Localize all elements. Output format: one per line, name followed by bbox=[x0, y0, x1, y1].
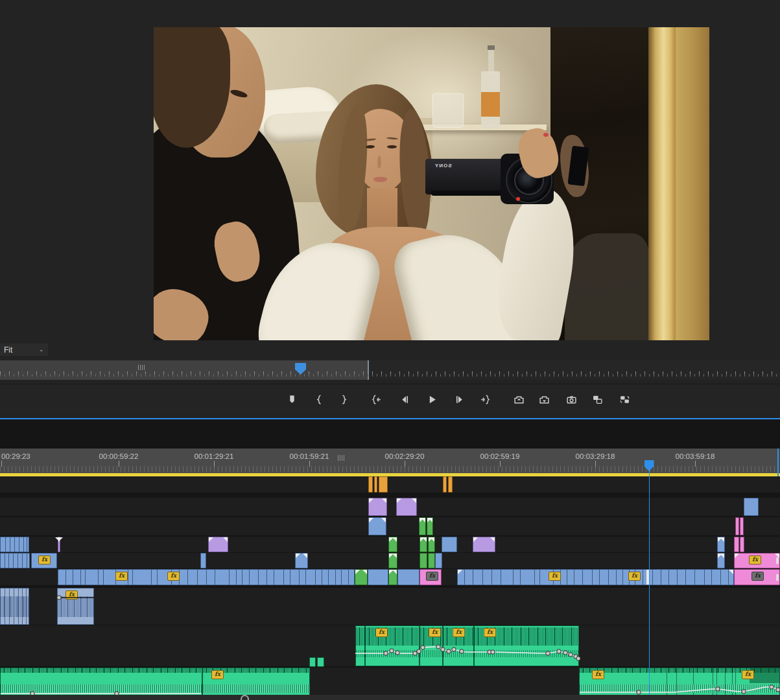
timeline-clip[interactable] bbox=[397, 569, 420, 585]
fx-badge[interactable]: fx bbox=[749, 555, 761, 565]
monitor-scrub-bar[interactable] bbox=[0, 360, 780, 380]
timeline-clip[interactable] bbox=[200, 553, 206, 568]
timeline-clip[interactable]: fx bbox=[443, 625, 474, 666]
comparison-view-button[interactable] bbox=[615, 390, 633, 408]
clip-segment-line bbox=[299, 570, 300, 585]
clip-trim-handle[interactable] bbox=[776, 557, 779, 565]
fx-badge[interactable]: fx bbox=[742, 670, 754, 679]
timeline-clip[interactable] bbox=[0, 588, 29, 625]
timeline-clip[interactable] bbox=[0, 537, 29, 552]
timeline-clip[interactable] bbox=[443, 476, 447, 493]
play-button[interactable] bbox=[423, 390, 441, 408]
fx-badge[interactable]: fx bbox=[211, 670, 224, 679]
clip-segment-line bbox=[305, 570, 306, 585]
go-to-out-button[interactable] bbox=[476, 390, 494, 408]
timeline-clip[interactable] bbox=[295, 553, 308, 568]
fx-badge[interactable]: fx bbox=[484, 628, 496, 637]
go-to-in-button[interactable] bbox=[367, 390, 385, 408]
timeline-clip[interactable] bbox=[368, 569, 388, 585]
timeline-clip[interactable] bbox=[473, 537, 495, 552]
grip-icon[interactable] bbox=[138, 365, 145, 370]
timeline-clip[interactable] bbox=[420, 537, 427, 552]
timeline-clip[interactable] bbox=[355, 569, 368, 585]
timeline-clip[interactable] bbox=[717, 537, 725, 552]
fx-badge[interactable]: fx bbox=[167, 572, 180, 581]
fx-badge[interactable]: fx bbox=[115, 572, 128, 581]
lift-button[interactable] bbox=[510, 390, 528, 408]
fx-badge[interactable]: fx bbox=[751, 572, 764, 581]
clip-segment-line bbox=[23, 537, 24, 552]
fade-corner-icon bbox=[392, 554, 397, 558]
timeline-clip[interactable]: fx bbox=[202, 668, 310, 696]
timeline-clip[interactable]: fx bbox=[474, 625, 579, 666]
grip-icon[interactable] bbox=[338, 455, 345, 461]
fx-badge[interactable]: fx bbox=[375, 628, 388, 637]
timeline-scrollbar[interactable] bbox=[0, 695, 780, 700]
timeline-clip[interactable] bbox=[309, 657, 316, 667]
timeline-clip[interactable] bbox=[368, 476, 373, 493]
timeline-clip[interactable] bbox=[368, 517, 386, 535]
fx-badge[interactable]: fx bbox=[426, 572, 438, 581]
export-frame-button[interactable] bbox=[562, 390, 580, 408]
multi-camera-button[interactable] bbox=[588, 390, 606, 408]
timeline-clip[interactable]: fx bbox=[734, 569, 780, 585]
timeline-clip[interactable] bbox=[0, 668, 202, 696]
timeline-clip[interactable] bbox=[317, 657, 324, 667]
monitor-zoom-region[interactable] bbox=[0, 360, 369, 380]
timeline-clip[interactable] bbox=[388, 569, 397, 585]
timeline-clip[interactable] bbox=[374, 476, 377, 493]
fx-badge[interactable]: fx bbox=[628, 572, 641, 581]
fx-badge[interactable]: fx bbox=[429, 628, 441, 637]
mark-out-button[interactable] bbox=[335, 390, 353, 408]
timeline-clip[interactable] bbox=[208, 537, 228, 552]
timeline-clip[interactable] bbox=[388, 553, 397, 568]
clip-trim-handle[interactable] bbox=[776, 574, 779, 581]
timeline-clip[interactable] bbox=[717, 553, 725, 568]
timeline-clip[interactable] bbox=[58, 537, 60, 552]
fx-badge[interactable]: fx bbox=[549, 572, 561, 581]
timeline-clip[interactable] bbox=[0, 553, 30, 568]
timeline-clip[interactable]: fx bbox=[365, 625, 420, 666]
timeline-clip[interactable] bbox=[427, 517, 433, 535]
fx-badge[interactable]: fx bbox=[592, 670, 604, 679]
timeline-clip[interactable]: fx bbox=[734, 553, 780, 568]
timeline-clip[interactable] bbox=[435, 553, 442, 568]
timeline-clip[interactable]: fx bbox=[31, 553, 57, 568]
timeline-clip[interactable] bbox=[734, 537, 739, 552]
add-marker-button[interactable] bbox=[283, 390, 301, 408]
timeline-clip[interactable] bbox=[735, 517, 739, 535]
clip-segment-line bbox=[229, 570, 230, 585]
timeline-clip[interactable]: fxfx bbox=[579, 668, 780, 696]
keyframe-knob[interactable] bbox=[241, 695, 249, 700]
timeline-clip[interactable]: fx bbox=[420, 569, 442, 585]
timeline-clip[interactable] bbox=[396, 498, 417, 516]
extract-button[interactable] bbox=[535, 390, 553, 408]
clip-segment-line bbox=[322, 570, 322, 585]
step-forward-button[interactable] bbox=[450, 390, 468, 408]
video-bottle-cap bbox=[488, 45, 495, 50]
timeline-clip[interactable] bbox=[740, 537, 744, 552]
timeline-clip[interactable] bbox=[419, 517, 426, 535]
timeline-clip[interactable] bbox=[448, 476, 453, 493]
timeline-clip[interactable] bbox=[428, 553, 435, 568]
timeline-clip[interactable] bbox=[368, 498, 387, 516]
timeline-clip[interactable] bbox=[428, 537, 435, 552]
step-back-button[interactable] bbox=[396, 390, 414, 408]
timeline-clip[interactable] bbox=[355, 625, 365, 666]
fx-badge[interactable]: fx bbox=[38, 555, 51, 565]
fx-badge[interactable]: fx bbox=[65, 590, 78, 600]
timeline-clip[interactable] bbox=[420, 553, 427, 568]
timeline-clip[interactable]: fx bbox=[57, 588, 94, 625]
timeline-clip[interactable]: fx bbox=[420, 625, 443, 666]
timeline-clip[interactable]: fxfx bbox=[457, 569, 734, 585]
timeline-clip[interactable] bbox=[740, 517, 744, 535]
fx-badge[interactable]: fx bbox=[453, 628, 465, 637]
timeline-clip[interactable] bbox=[379, 476, 388, 493]
timeline-clip[interactable] bbox=[744, 498, 759, 516]
mark-in-button[interactable] bbox=[310, 390, 328, 408]
timeline-clip[interactable] bbox=[388, 537, 397, 552]
monitor-zoom-select[interactable]: Fit ⌄ bbox=[0, 344, 48, 356]
timeline-clip[interactable] bbox=[442, 537, 457, 552]
timeline-clip[interactable]: fxfx bbox=[58, 569, 355, 585]
timeline-ruler[interactable]: 00:29:2300:00:59:2200:01:29:2100:01:59:2… bbox=[0, 449, 780, 473]
